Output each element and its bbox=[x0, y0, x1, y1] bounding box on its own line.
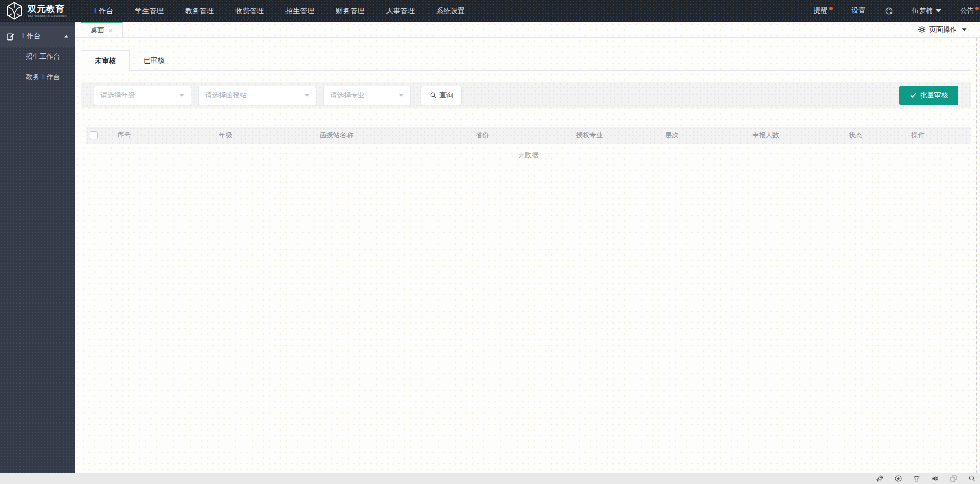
nav-item-admission[interactable]: 招生管理 bbox=[275, 0, 325, 22]
nav-item-academic[interactable]: 教务管理 bbox=[174, 0, 224, 22]
overlap-windows-icon[interactable] bbox=[950, 475, 957, 482]
grade-select-placeholder: 请选择年级 bbox=[100, 91, 135, 100]
nav-item-system-settings[interactable]: 系统设置 bbox=[425, 0, 476, 22]
col-status: 状态 bbox=[841, 127, 903, 144]
table-header-row: 序号 年级 函授站名称 省份 授权专业 层次 申报人数 状态 操作 bbox=[86, 127, 971, 144]
query-button-label: 查询 bbox=[439, 91, 453, 100]
nav-item-workbench[interactable]: 工作台 bbox=[81, 0, 124, 22]
chevron-down-icon bbox=[304, 94, 310, 97]
audit-table: 序号 年级 函授站名称 省份 授权专业 层次 申报人数 状态 操作 无数据 bbox=[86, 127, 971, 160]
sidebar-item-admission-workbench[interactable]: 招生工作台 bbox=[0, 47, 75, 67]
chevron-down-icon bbox=[179, 94, 185, 97]
theme-menu[interactable] bbox=[885, 7, 893, 15]
audit-panel: 请选择年级 请选择函授站 请选择专业 查询 bbox=[81, 82, 971, 483]
settings-label: 设置 bbox=[852, 6, 866, 15]
chevron-down-icon bbox=[962, 28, 967, 31]
empty-state-text: 无数据 bbox=[86, 144, 971, 160]
filter-bar: 请选择年级 请选择函授站 请选择专业 查询 bbox=[81, 82, 971, 108]
nav-item-students[interactable]: 学生管理 bbox=[124, 0, 174, 22]
notice-menu[interactable]: 提醒 bbox=[814, 6, 833, 15]
col-station-name: 函授站名称 bbox=[312, 127, 467, 144]
query-button[interactable]: 查询 bbox=[421, 86, 462, 105]
username: 伍梦楠 bbox=[912, 6, 933, 15]
chevron-down-icon bbox=[399, 94, 404, 97]
subtab-unaudited[interactable]: 未审核 bbox=[81, 50, 130, 71]
announcement-label: 公告 bbox=[960, 6, 974, 15]
nav-item-fees[interactable]: 收费管理 bbox=[224, 0, 275, 22]
trash-icon[interactable] bbox=[913, 475, 921, 482]
page-actions-label: 页面操作 bbox=[929, 25, 957, 34]
nav-item-finance[interactable]: 财务管理 bbox=[325, 0, 375, 22]
batch-audit-label: 批量审核 bbox=[921, 91, 948, 100]
palette-icon bbox=[885, 7, 893, 15]
major-select[interactable]: 请选择专业 bbox=[323, 86, 411, 105]
sidebar: 工作台 招生工作台 教务工作台 bbox=[0, 22, 75, 473]
col-grade: 年级 bbox=[211, 127, 312, 144]
station-select-placeholder: 请选择函授站 bbox=[205, 91, 247, 100]
magnifier-icon[interactable] bbox=[968, 475, 976, 482]
sidebar-item-academic-workbench[interactable]: 教务工作台 bbox=[0, 67, 75, 88]
chevron-up-icon bbox=[64, 35, 68, 38]
app-window: 双元教育 BSI Vocational Education 工作台 学生管理 教… bbox=[0, 0, 980, 484]
page-tabbar: 桌面 × 页面操作 bbox=[75, 22, 980, 38]
nav-item-hr[interactable]: 人事管理 bbox=[375, 0, 425, 22]
brand-subtitle: BSI Vocational Education bbox=[28, 14, 67, 17]
announcement-menu[interactable]: 公告 bbox=[960, 6, 979, 15]
scrollbar[interactable] bbox=[976, 38, 977, 473]
settings-menu[interactable]: 设置 bbox=[852, 6, 866, 15]
batch-audit-button[interactable]: 批量审核 bbox=[899, 86, 958, 105]
speaker-icon[interactable] bbox=[931, 475, 939, 482]
subtab-audited[interactable]: 已审核 bbox=[130, 50, 178, 70]
compose-icon bbox=[6, 32, 15, 41]
close-icon[interactable]: × bbox=[108, 27, 113, 34]
topbar-right: 提醒 设置 伍梦楠 公告 bbox=[814, 6, 980, 15]
main-content: 未审核 已审核 请选择年级 请选择函授站 请选择专业 bbox=[75, 38, 980, 473]
sidebar-group-label: 工作台 bbox=[19, 32, 41, 41]
bottom-taskbar bbox=[0, 473, 980, 484]
station-select[interactable]: 请选择函授站 bbox=[198, 86, 316, 105]
boost-icon[interactable] bbox=[894, 475, 902, 482]
col-province: 省份 bbox=[467, 127, 568, 144]
check-icon bbox=[910, 92, 917, 99]
col-authorized-major: 授权专业 bbox=[568, 127, 657, 144]
audit-subtabs: 未审核 已审核 bbox=[81, 50, 971, 71]
page-actions-dropdown[interactable]: 页面操作 bbox=[911, 22, 980, 37]
announcement-badge-dot bbox=[975, 7, 979, 10]
page-tab-label: 桌面 bbox=[91, 26, 104, 35]
brand-name: 双元教育 bbox=[28, 5, 70, 14]
major-select-placeholder: 请选择专业 bbox=[330, 91, 365, 100]
select-all-checkbox[interactable] bbox=[90, 131, 98, 139]
search-icon bbox=[430, 92, 437, 99]
col-level: 层次 bbox=[657, 127, 744, 144]
user-menu[interactable]: 伍梦楠 bbox=[912, 6, 942, 15]
rocket-icon[interactable] bbox=[876, 475, 884, 482]
topbar: 双元教育 BSI Vocational Education 工作台 学生管理 教… bbox=[0, 0, 980, 22]
sidebar-group-workbench[interactable]: 工作台 bbox=[0, 26, 75, 47]
chevron-down-icon bbox=[936, 9, 941, 12]
grade-select[interactable]: 请选择年级 bbox=[94, 86, 191, 105]
notice-badge-dot bbox=[829, 7, 833, 10]
col-serial: 序号 bbox=[109, 127, 211, 144]
notice-label: 提醒 bbox=[814, 6, 828, 15]
brand: 双元教育 BSI Vocational Education bbox=[0, 1, 81, 21]
page-tab-desktop[interactable]: 桌面 × bbox=[81, 22, 123, 37]
col-actions: 操作 bbox=[903, 127, 971, 144]
gear-icon bbox=[918, 26, 926, 33]
brand-logo-icon bbox=[5, 1, 24, 21]
col-applicant-count: 申报人数 bbox=[744, 127, 841, 144]
top-nav: 工作台 学生管理 教务管理 收费管理 招生管理 财务管理 人事管理 系统设置 bbox=[81, 0, 476, 22]
